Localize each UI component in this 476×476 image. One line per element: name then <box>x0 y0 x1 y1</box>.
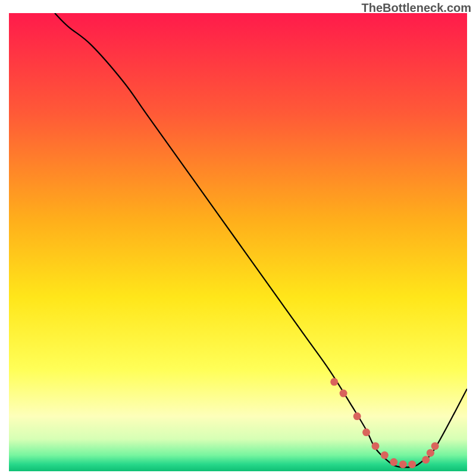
data-marker <box>399 461 407 468</box>
data-marker <box>431 442 439 450</box>
chart-svg <box>9 13 467 471</box>
plot-area <box>9 13 467 471</box>
data-marker <box>381 452 389 459</box>
data-marker <box>330 378 338 386</box>
data-marker <box>362 428 370 436</box>
data-marker <box>372 442 380 450</box>
data-marker <box>408 461 416 468</box>
chart-container: TheBottleneck.com <box>0 0 476 476</box>
watermark-text: TheBottleneck.com <box>362 1 471 15</box>
data-marker <box>427 449 434 457</box>
data-marker <box>390 458 397 466</box>
data-marker <box>353 412 361 420</box>
data-marker <box>422 456 430 464</box>
data-marker <box>340 390 347 397</box>
